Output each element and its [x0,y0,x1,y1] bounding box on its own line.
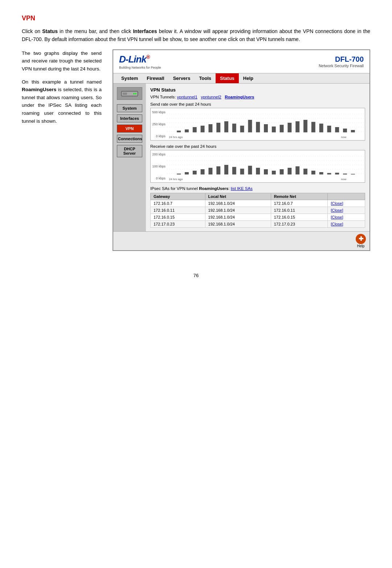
nav-system[interactable]: System [117,73,142,83]
device-image [117,87,142,100]
sidebar-btn-dhcp[interactable]: DHCP Server [117,145,142,157]
left-para1: The two graphs display the send and rece… [22,49,102,73]
svg-rect-45 [216,166,220,174]
svg-rect-20 [256,122,260,132]
cell-gateway: 172.17.0.23 [151,220,205,227]
receive-chart-y-labels: 200 kbps 100 kbps 0 kbps [151,152,167,181]
table-row: 172.16.0.7 192.168.1.0/24 172.16.0.7 [Cl… [151,200,365,207]
svg-rect-15 [216,123,220,132]
cell-close[interactable]: [Close] [328,200,365,207]
device-ui: D-Link® Building Networks for People DFL… [113,49,370,251]
svg-rect-12 [193,127,197,132]
svg-rect-53 [280,169,284,174]
device-sidebar: System Interfaces VPN Connections DHCP S… [113,84,146,231]
svg-rect-62 [351,174,355,175]
svg-rect-25 [295,121,299,132]
col-gateway: Gateway [151,193,205,200]
cell-remote: 172.17.0.23 [271,220,328,227]
svg-rect-30 [335,127,339,132]
send-chart-svg: 24 hrs ago now [167,110,365,139]
tunnel-roamingusers[interactable]: RoamingUsers [225,95,254,99]
svg-rect-46 [224,165,228,174]
svg-point-2 [135,93,136,94]
svg-rect-13 [201,126,205,132]
send-chart-container: 500 kbps 250 kbps 0 kbps [150,108,365,141]
device-header: D-Link® Building Networks for People DFL… [113,50,369,73]
device-body: System Interfaces VPN Connections DHCP S… [113,84,369,231]
svg-rect-27 [311,122,315,132]
cell-close[interactable]: [Close] [328,214,365,220]
col-local-net: Local Net [205,193,271,200]
device-model-name: DFL-700 [319,55,364,64]
cell-local: 192.168.1.0/24 [205,220,271,227]
nav-status[interactable]: Status [216,73,239,83]
vpn-status-title: VPN Status [150,87,365,93]
receive-chart-section: Receive rate over the past 24 hours 200 … [150,144,365,183]
send-chart-section: Send rate over the past 24 hours 500 kbp… [150,102,365,141]
table-row: 172.16.0.11 192.168.1.0/24 172.16.0.11 [… [151,207,365,214]
receive-chart-area: 24 hrs ago now [167,152,365,181]
left-description: The two graphs display the send and rece… [22,49,102,251]
dlink-tagline: Building Networks for People [119,66,161,69]
svg-rect-43 [201,169,205,174]
sidebar-btn-connections[interactable]: Connections [117,135,142,143]
svg-rect-14 [208,124,212,132]
table-row: 172.16.0.15 192.168.1.0/24 172.16.0.15 [… [151,214,365,220]
cell-gateway: 172.16.0.11 [151,207,205,214]
svg-rect-49 [248,166,252,174]
nav-servers[interactable]: Servers [169,73,195,83]
svg-point-3 [133,93,135,94]
svg-text:24 hrs ago: 24 hrs ago [169,135,183,138]
col-action [328,193,365,200]
svg-rect-54 [287,168,291,174]
device-model-info: DFL-700 Network Security Firewall [319,55,364,68]
sidebar-btn-vpn[interactable]: VPN [117,125,142,133]
cell-close[interactable]: [Close] [328,207,365,214]
svg-rect-11 [185,129,189,132]
svg-rect-41 [185,172,189,174]
svg-rect-55 [295,166,299,174]
cell-gateway: 172.16.0.7 [151,200,205,207]
ipsec-header: IPsec SAs for VPN tunnel RoamingUsers: l… [150,186,365,191]
svg-rect-52 [272,171,276,174]
svg-rect-51 [264,169,268,174]
svg-rect-50 [256,168,260,174]
svg-rect-21 [264,124,268,132]
vpn-tunnels-line: VPN Tunnels: vpntunnel1 vpntunnel2 Roami… [150,95,365,99]
nav-tools[interactable]: Tools [195,73,216,83]
svg-rect-44 [208,168,212,174]
cell-close[interactable]: [Close] [328,220,365,227]
nav-firewall[interactable]: Firewall [142,73,168,83]
svg-rect-42 [193,171,197,174]
intro-bold2: Interfaces [133,28,157,34]
nav-help[interactable]: Help [239,73,258,83]
receive-chart-svg: 24 hrs ago now [167,152,365,181]
cell-gateway: 172.16.0.15 [151,214,205,220]
intro-text2: in the menu bar, and then click [58,28,133,34]
tunnel-vpntunnel1[interactable]: vpntunnel1 [177,95,197,99]
svg-rect-16 [224,121,228,132]
tunnel-vpntunnel2[interactable]: vpntunnel2 [201,95,221,99]
sidebar-btn-interfaces[interactable]: Interfaces [117,114,142,122]
svg-rect-40 [177,174,181,174]
svg-rect-29 [327,126,331,132]
ipsec-list-link[interactable]: list IKE SAs [231,186,253,191]
send-chart-y-labels: 500 kbps 250 kbps 0 kbps [151,110,167,139]
intro-paragraph: Click on Status in the menu bar, and the… [22,27,370,44]
svg-text:24 hrs ago: 24 hrs ago [169,177,183,180]
page-heading: VPN [22,15,370,22]
svg-rect-22 [272,126,276,132]
send-chart-label: Send rate over the past 24 hours [150,102,365,106]
sidebar-btn-system[interactable]: System [117,104,142,112]
svg-rect-57 [311,171,315,174]
svg-rect-24 [287,123,291,132]
dlink-brand: D-Link® [119,54,161,65]
cell-remote: 172.16.0.15 [271,214,328,220]
help-button-area: ✚ Help [113,231,369,250]
dlink-logo: D-Link® Building Networks for People [119,54,161,69]
col-remote-net: Remote Net [271,193,328,200]
help-circle-btn[interactable]: ✚ [356,234,366,244]
help-label: Help [357,244,365,248]
page-number: 76 [22,273,370,278]
nav-bar: System Firewall Servers Tools Status Hel… [113,73,369,84]
